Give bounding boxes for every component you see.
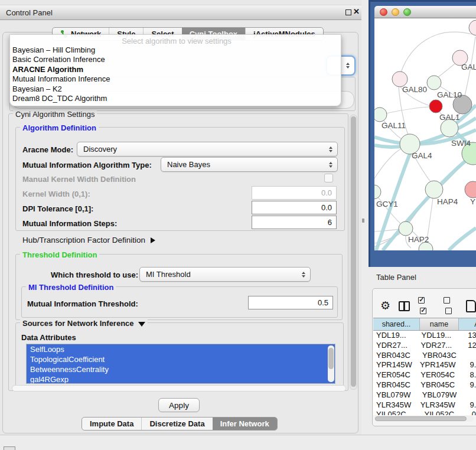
cell-shared-name: YBR045C [373, 380, 419, 390]
network-node[interactable] [425, 181, 443, 198]
dpi-tolerance-field[interactable]: 0.0 [252, 201, 337, 214]
mi-threshold-field[interactable]: 0.5 [248, 296, 333, 309]
tab-discretize-data[interactable]: Discretize Data [141, 418, 212, 430]
node-label: SWI4 [451, 139, 471, 148]
which-threshold-combobox[interactable]: MI Threshold [139, 267, 311, 282]
network-node[interactable] [374, 107, 387, 122]
node-label: GAL11 [382, 121, 406, 130]
deselect-all-icon[interactable] [444, 295, 458, 317]
minimize-traffic-light-icon[interactable] [392, 8, 399, 16]
cell-value: 9. [457, 380, 476, 390]
column-header[interactable]: shared... [373, 318, 420, 330]
tab-infer-network[interactable]: Infer Network [213, 418, 277, 430]
tab-label: Discretize Data [149, 419, 204, 428]
attribute-list-item[interactable]: BetweennessCentrality [27, 364, 335, 374]
tab-label: Infer Network [220, 419, 269, 428]
cell-shared-name: YPR145W [373, 360, 419, 370]
table-row[interactable]: YIL052CYIL052C0 [373, 410, 476, 415]
mi-type-value: Naive Bayes [167, 160, 210, 169]
settings-scrollbar[interactable] [350, 115, 357, 390]
list-scrollbar[interactable] [328, 345, 334, 382]
cell-value: 9. [457, 400, 476, 410]
network-node[interactable] [429, 100, 442, 113]
network-node[interactable] [374, 185, 381, 199]
algorithm-option[interactable]: Mutual Information Inference [12, 74, 341, 84]
mi-steps-field[interactable]: 6 [252, 216, 337, 229]
algorithm-dropdown-popup: Select algorithm to view settings Bayesi… [9, 34, 341, 106]
cell-value: 9. [457, 360, 476, 370]
network-edge[interactable] [374, 229, 399, 231]
combo-stepper-icon [302, 272, 305, 278]
aracne-mode-combobox[interactable]: Discovery [77, 142, 338, 156]
network-edge-thick[interactable] [449, 228, 476, 250]
network-edge[interactable] [438, 64, 455, 77]
mi-type-combobox[interactable]: Naive Bayes [161, 157, 338, 172]
manual-kernel-checkbox[interactable] [324, 174, 333, 182]
select-all-icon[interactable] [418, 295, 433, 317]
network-node[interactable] [465, 181, 476, 198]
splitter-grip-icon[interactable] [362, 219, 364, 223]
close-traffic-light-icon[interactable] [380, 8, 387, 16]
table-row[interactable]: YDR27...YDR27...12 [373, 341, 476, 351]
combo-stepper-icon [329, 146, 332, 152]
algorithm-option[interactable]: Dream8 DC_TDC Algorithm [12, 94, 341, 103]
manual-kernel-label: Manual Kernel Width Definition [22, 175, 136, 184]
cell-value: 8. [457, 370, 476, 380]
node-label: GCY1 [376, 200, 398, 208]
gear-icon[interactable]: ⚙ [380, 300, 390, 312]
cell-name: YBR045C [419, 380, 457, 390]
table-row[interactable]: YDL19...YDL19...13 [373, 331, 476, 341]
table-header-row: shared...nameA [373, 318, 476, 331]
cell-shared-name: YER054C [373, 370, 419, 380]
node-label: Y [470, 197, 475, 206]
data-attributes-label: Data Attributes [21, 333, 76, 342]
attribute-list-item[interactable]: TopologicalCoefficient [27, 354, 335, 364]
node-label: GAL4 [412, 151, 432, 160]
sources-legend: Sources for Network Inference [22, 319, 134, 328]
hub-definition-toggle[interactable]: Hub/Transcription Factor Definition [22, 236, 155, 244]
algorithm-option[interactable]: ARACNE Algorithm [12, 65, 341, 74]
mi-threshold-legend: MI Threshold Definition [26, 283, 116, 292]
settings-hscrollbar[interactable] [12, 385, 346, 392]
zoom-traffic-light-icon[interactable] [403, 8, 411, 16]
kernel-width-field[interactable]: 0.0 [252, 186, 337, 200]
cell-name: YBL079W [420, 390, 459, 400]
tab-impute-data[interactable]: Impute Data [82, 418, 141, 430]
threshold-definition-legend: Threshold Definition [20, 250, 99, 259]
mi-steps-label: Mutual Information Steps: [22, 219, 117, 228]
network-node[interactable] [469, 20, 476, 35]
mi-type-label: Mutual Information Algorithm Type: [22, 161, 152, 169]
column-header[interactable]: name [420, 318, 459, 330]
network-edge[interactable] [386, 107, 429, 113]
table-row[interactable]: YBL079WYBL079W [373, 390, 476, 400]
attribute-list-item[interactable]: SelfLoops [27, 344, 335, 354]
algorithm-option[interactable]: Bayesian – Hill Climbing [12, 45, 341, 55]
table-hscrollbar[interactable] [374, 416, 474, 422]
dropdown-placeholder: Select algorithm to view settings [12, 37, 341, 45]
columns-icon[interactable] [399, 301, 410, 311]
column-header[interactable]: A [459, 318, 476, 330]
network-node[interactable] [441, 119, 458, 137]
network-canvas[interactable]: GALGAL80GAL10GAL1GAL11SWI4GAL4GCY1HAP4YH… [374, 18, 476, 250]
minimized-panel-icon[interactable] [4, 446, 15, 450]
network-window-titlebar[interactable] [374, 6, 476, 18]
table-row[interactable]: YBR045CYBR045C9. [373, 380, 476, 390]
data-attributes-list[interactable]: SelfLoopsTopologicalCoefficientBetweenne… [26, 344, 335, 384]
apply-button[interactable]: Apply [158, 398, 200, 412]
bottom-tabstrip: Impute DataDiscretize DataInfer Network [81, 417, 278, 431]
cell-shared-name: YLR345W [373, 400, 419, 410]
algorithm-option[interactable]: Basic Correlation Inference [12, 55, 341, 64]
divider [0, 435, 476, 435]
network-node[interactable] [399, 221, 413, 236]
table-row[interactable]: YPR145WYPR145W9. [373, 360, 476, 370]
sources-toggle[interactable]: Sources for Network Inference [20, 319, 148, 328]
close-icon[interactable]: ✕ [353, 7, 360, 16]
network-node[interactable] [427, 76, 441, 90]
table-row[interactable]: YBR043CYBR043C [373, 351, 476, 361]
table-row[interactable]: YER054CYER054C8. [373, 370, 476, 380]
table-row[interactable]: YLR345WYLR345W9. [373, 400, 476, 410]
attribute-list-item[interactable]: gal4RGexp [27, 374, 335, 384]
new-table-icon[interactable] [466, 300, 476, 312]
float-window-icon[interactable] [345, 9, 351, 15]
algorithm-option[interactable]: Bayesian – K2 [12, 84, 341, 94]
